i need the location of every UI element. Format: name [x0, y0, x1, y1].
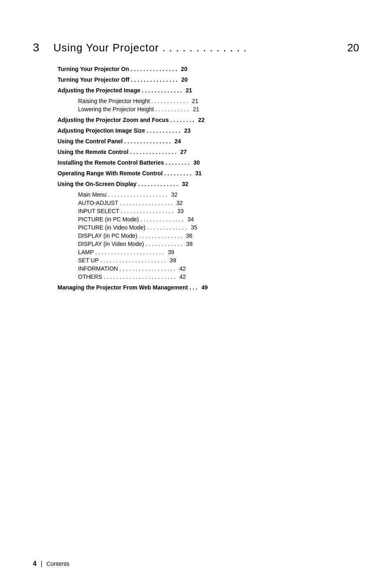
toc-entry-remote-control: Using the Remote Control . . . . . . . .…	[33, 149, 359, 155]
page: 3 Using Your Projector . . . . . . . . .…	[0, 0, 392, 588]
entry-page-web-management: 49	[197, 284, 208, 291]
footer: 4 | Contents	[33, 560, 69, 567]
entry-page-main-menu: 32	[167, 191, 178, 198]
entry-label-turning-off: Turning Your Projector Off . . . . . . .…	[58, 76, 178, 83]
footer-page-number: 4	[33, 560, 37, 567]
toc-entry-on-screen-display: Using the On-Screen Display . . . . . . …	[33, 181, 359, 187]
entry-page-lowering-height: 21	[189, 106, 199, 113]
toc-entry-display-video: DISPLAY (in Video Mode) . . . . . . . . …	[33, 241, 359, 247]
entry-page-picture-pc: 34	[184, 216, 194, 223]
toc-entry-picture-pc: PICTURE (in PC Mode) . . . . . . . . . .…	[33, 216, 359, 223]
entry-page-set-up: 39	[166, 257, 176, 264]
entry-page-remote-control: 27	[176, 149, 187, 155]
footer-label: Contents	[46, 560, 69, 567]
toc-entry-adjusting-size: Adjusting Projection Image Size . . . . …	[33, 127, 359, 134]
entry-label-main-menu: Main Menu . . . . . . . . . . . . . . . …	[78, 191, 167, 198]
toc-entry-input-select: INPUT SELECT . . . . . . . . . . . . . .…	[33, 208, 359, 214]
chapter-title: Using Your Projector . . . . . . . . . .…	[53, 41, 347, 54]
entry-label-picture-video: PICTURE (in Video Mode) . . . . . . . . …	[78, 224, 187, 231]
toc-entry-display-pc: DISPLAY (in PC Mode) . . . . . . . . . .…	[33, 232, 359, 239]
entry-page-turning-on: 20	[177, 66, 187, 72]
entry-label-on-screen-display: Using the On-Screen Display . . . . . . …	[58, 181, 178, 187]
entry-label-lamp: LAMP . . . . . . . . . . . . . . . . . .…	[78, 249, 164, 255]
entry-label-control-panel: Using the Control Panel . . . . . . . . …	[58, 138, 171, 145]
entry-label-set-up: SET UP . . . . . . . . . . . . . . . . .…	[78, 257, 166, 264]
entry-label-web-management: Managing the Projector From Web Manageme…	[58, 284, 197, 291]
toc-entry-raising-height: Raising the Projector Height . . . . . .…	[33, 98, 359, 104]
entry-page-adjusting-size: 23	[180, 127, 191, 134]
toc-entry-lowering-height: Lowering the Projector Height . . . . . …	[33, 106, 359, 113]
entry-label-display-pc: DISPLAY (in PC Mode) . . . . . . . . . .…	[78, 232, 182, 239]
entry-label-adjusting-size: Adjusting Projection Image Size . . . . …	[58, 127, 180, 134]
toc-entry-operating-range: Operating Range With Remote Control . . …	[33, 170, 359, 177]
entry-page-lamp: 39	[164, 249, 174, 255]
entry-page-adjusting-image: 21	[182, 87, 192, 94]
entry-label-installing-batteries: Installing the Remote Control Batteries …	[58, 159, 189, 166]
entry-label-input-select: INPUT SELECT . . . . . . . . . . . . . .…	[78, 208, 173, 214]
toc-entry-picture-video: PICTURE (in Video Mode) . . . . . . . . …	[33, 224, 359, 231]
toc-section: 3 Using Your Projector . . . . . . . . .…	[33, 41, 359, 291]
toc-entry-adjusting-image: Adjusting the Projected Image . . . . . …	[33, 87, 359, 94]
entry-label-others: OTHERS . . . . . . . . . . . . . . . . .…	[78, 273, 175, 280]
toc-entry-auto-adjust: AUTO-ADJUST . . . . . . . . . . . . . . …	[33, 200, 359, 206]
entry-page-display-video: 38	[182, 241, 193, 247]
toc-entry-turning-off: Turning Your Projector Off . . . . . . .…	[33, 76, 359, 83]
entry-label-remote-control: Using the Remote Control . . . . . . . .…	[58, 149, 176, 155]
toc-entry-lamp: LAMP . . . . . . . . . . . . . . . . . .…	[33, 249, 359, 255]
toc-entry-web-management: Managing the Projector From Web Manageme…	[33, 284, 359, 291]
toc-entry-main-menu: Main Menu . . . . . . . . . . . . . . . …	[33, 191, 359, 198]
entry-label-picture-pc: PICTURE (in PC Mode) . . . . . . . . . .…	[78, 216, 184, 223]
footer-separator: |	[41, 560, 42, 567]
entry-label-display-video: DISPLAY (in Video Mode) . . . . . . . . …	[78, 241, 182, 247]
entry-page-operating-range: 31	[191, 170, 202, 177]
toc-entry-set-up: SET UP . . . . . . . . . . . . . . . . .…	[33, 257, 359, 264]
entry-label-operating-range: Operating Range With Remote Control . . …	[58, 170, 191, 177]
entry-label-lowering-height: Lowering the Projector Height . . . . . …	[78, 106, 189, 113]
entry-page-auto-adjust: 32	[173, 200, 183, 206]
toc-entry-others: OTHERS . . . . . . . . . . . . . . . . .…	[33, 273, 359, 280]
chapter-page: 20	[347, 41, 359, 54]
entry-label-turning-on: Turning Your Projector On . . . . . . . …	[58, 66, 177, 72]
entry-label-adjusting-zoom: Adjusting the Projector Zoom and Focus .…	[58, 117, 194, 123]
entry-page-on-screen-display: 32	[178, 181, 188, 187]
entry-page-control-panel: 24	[171, 138, 181, 145]
toc-entry-installing-batteries: Installing the Remote Control Batteries …	[33, 159, 359, 166]
entry-page-installing-batteries: 30	[189, 159, 200, 166]
toc-entry-information: INFORMATION . . . . . . . . . . . . . . …	[33, 265, 359, 272]
entry-label-raising-height: Raising the Projector Height . . . . . .…	[78, 98, 188, 104]
toc-entry-control-panel: Using the Control Panel . . . . . . . . …	[33, 138, 359, 145]
entry-page-raising-height: 21	[188, 98, 198, 104]
entry-page-others: 42	[175, 273, 186, 280]
toc-entry-adjusting-zoom: Adjusting the Projector Zoom and Focus .…	[33, 117, 359, 123]
entry-label-adjusting-image: Adjusting the Projected Image . . . . . …	[58, 87, 182, 94]
entry-page-picture-video: 35	[187, 224, 197, 231]
entry-page-turning-off: 20	[178, 76, 188, 83]
entry-page-input-select: 33	[173, 208, 184, 214]
entry-page-information: 42	[175, 265, 186, 272]
toc-entries: Turning Your Projector On . . . . . . . …	[33, 66, 359, 291]
entry-label-information: INFORMATION . . . . . . . . . . . . . . …	[78, 265, 175, 272]
entry-label-auto-adjust: AUTO-ADJUST . . . . . . . . . . . . . . …	[78, 200, 173, 206]
chapter-number: 3	[33, 41, 53, 54]
toc-entry-turning-on: Turning Your Projector On . . . . . . . …	[33, 66, 359, 72]
entry-page-adjusting-zoom: 22	[194, 117, 205, 123]
chapter-header: 3 Using Your Projector . . . . . . . . .…	[33, 41, 359, 54]
entry-page-display-pc: 36	[182, 232, 192, 239]
